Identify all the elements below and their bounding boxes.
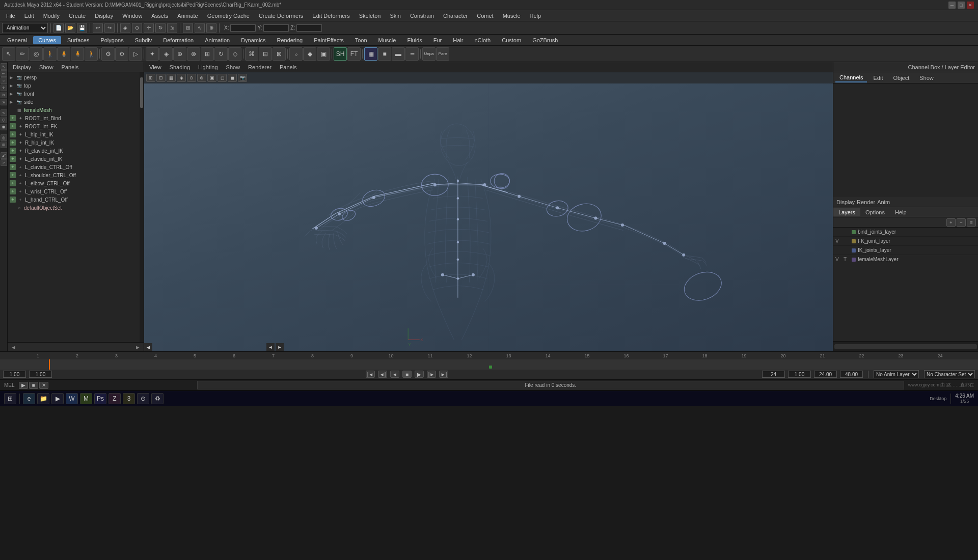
tool-rotate[interactable]: ↻ bbox=[1, 92, 7, 98]
tb-chain-icon[interactable]: ⊗ bbox=[187, 47, 200, 61]
tb-paint-icon[interactable]: ✏ bbox=[16, 47, 29, 61]
layer-attr-btn[interactable]: ≡ bbox=[967, 218, 976, 227]
menu-character[interactable]: Character bbox=[439, 12, 472, 20]
range-end-field[interactable] bbox=[814, 371, 837, 378]
mel-stop-btn[interactable]: ■ bbox=[29, 382, 38, 389]
layer-tab-options[interactable]: Options bbox=[860, 208, 890, 216]
tb-lattice-icon[interactable]: ⊟ bbox=[259, 47, 272, 61]
layer-item-fk[interactable]: V FK_joint_layer bbox=[833, 237, 978, 246]
layer-delete-btn[interactable]: − bbox=[957, 218, 966, 227]
layer-display-tab[interactable]: Display bbox=[836, 199, 855, 205]
vp-tab-shading[interactable]: Shading bbox=[168, 63, 192, 71]
menu-animate[interactable]: Animate bbox=[173, 12, 202, 20]
tab-subdiv[interactable]: Subdiv bbox=[130, 36, 157, 44]
tab-hair[interactable]: Hair bbox=[448, 36, 468, 44]
tool-sculpt2[interactable]: ◎ bbox=[1, 134, 7, 141]
outliner-item-lhand[interactable]: + + L_hand_CTRL_Off bbox=[8, 195, 140, 204]
snap-grid-btn[interactable]: ⊞ bbox=[183, 23, 193, 33]
expand-plus-lwrist[interactable]: + bbox=[10, 188, 16, 194]
expand-plus-rclavide[interactable]: + bbox=[10, 148, 16, 154]
start-time-field[interactable] bbox=[29, 371, 52, 378]
outliner-scrollbar[interactable] bbox=[140, 72, 144, 342]
layer-scrollbar[interactable] bbox=[834, 344, 977, 349]
viewport[interactable]: View Shading Lighting Show Renderer Pane… bbox=[144, 62, 833, 351]
layer-anim-tab[interactable]: Anim bbox=[877, 199, 890, 205]
tb-key-icon[interactable]: ⬦ bbox=[289, 47, 303, 61]
tb-sculpt-icon[interactable]: ◎ bbox=[30, 47, 43, 61]
menu-display[interactable]: Display bbox=[91, 12, 117, 20]
expand-plus-lelbow[interactable]: + bbox=[10, 180, 16, 186]
range-start-field[interactable] bbox=[788, 371, 811, 378]
taskbar-zbrush[interactable]: Z bbox=[108, 393, 121, 404]
menu-modify[interactable]: Modify bbox=[39, 12, 64, 20]
tb-sh-icon[interactable]: SH bbox=[334, 47, 347, 61]
taskbar-recycle[interactable]: ♻ bbox=[151, 393, 164, 404]
tab-rendering[interactable]: Rendering bbox=[271, 36, 308, 44]
expand-plus-rootbind[interactable]: + bbox=[10, 115, 16, 121]
vp-tab-view[interactable]: View bbox=[147, 63, 164, 71]
mode-selector[interactable]: Animation Modeling Dynamics Rendering bbox=[2, 23, 48, 33]
tb-wrap-icon[interactable]: ⊠ bbox=[273, 47, 286, 61]
snap-point-btn[interactable]: ⊕ bbox=[206, 23, 216, 33]
select-btn[interactable]: ◈ bbox=[120, 23, 130, 33]
outliner-item-root-fk[interactable]: + ✦ ROOT_int_FK bbox=[8, 122, 140, 130]
vp-xray-icon[interactable]: ⊙ bbox=[187, 74, 196, 82]
tb-flat-icon[interactable]: ▬ bbox=[392, 47, 405, 61]
total-frames-field[interactable] bbox=[840, 371, 863, 378]
vp-tab-panels[interactable]: Panels bbox=[278, 63, 299, 71]
tb-fig3-icon[interactable]: 🧍 bbox=[71, 47, 84, 61]
outliner-item-lwrist[interactable]: + + L_wrist_CTRL_Off bbox=[8, 187, 140, 195]
outliner-item-side[interactable]: ▶ 📷 side bbox=[8, 98, 140, 106]
outliner-item-front[interactable]: ▶ 📷 front bbox=[8, 90, 140, 98]
vp-persp-icon[interactable]: ⊞ bbox=[146, 74, 155, 82]
tool-surface[interactable]: ⬡ bbox=[1, 117, 7, 123]
tool-select[interactable]: ↖ bbox=[1, 63, 7, 70]
scale-btn[interactable]: ⇲ bbox=[167, 23, 177, 33]
menu-constrain[interactable]: Constrain bbox=[406, 12, 438, 20]
layer-item-femalemesh[interactable]: V T femaleMeshLayer bbox=[833, 255, 978, 264]
menu-comet[interactable]: Comet bbox=[473, 12, 497, 20]
rotate-btn[interactable]: ↻ bbox=[155, 23, 166, 33]
tb-bind-icon[interactable]: ◇ bbox=[228, 47, 241, 61]
tab-deformation[interactable]: Deformation bbox=[158, 36, 199, 44]
close-button[interactable]: ✕ bbox=[967, 2, 974, 9]
vp-hide-icon[interactable]: ◻ bbox=[218, 74, 227, 82]
current-time-field[interactable] bbox=[3, 371, 26, 378]
tab-ncloth[interactable]: nCloth bbox=[469, 36, 496, 44]
menu-edit[interactable]: Edit bbox=[20, 12, 38, 20]
tool-paint2[interactable]: 🖌 bbox=[1, 152, 7, 159]
tab-muscle[interactable]: Muscle bbox=[373, 36, 401, 44]
tb-fig2-icon[interactable]: 🧍 bbox=[57, 47, 70, 61]
taskbar-chrome[interactable]: ⊙ bbox=[137, 393, 149, 404]
tab-fluids[interactable]: Fluids bbox=[402, 36, 427, 44]
tb-joint-icon[interactable]: ✦ bbox=[146, 47, 159, 61]
viewport-canvas[interactable]: .wire { fill: none; stroke: #5a6a8a; str… bbox=[144, 83, 833, 351]
outliner-item-lhip[interactable]: + ✦ L_hip_int_IK bbox=[8, 130, 140, 138]
outliner-item-lclavide[interactable]: + ✦ L_clavide_int_IK bbox=[8, 155, 140, 163]
vp-tab-lighting[interactable]: Lighting bbox=[196, 63, 220, 71]
tb-wireframe-icon[interactable]: ▦ bbox=[364, 47, 377, 61]
tab-toon[interactable]: Toon bbox=[350, 36, 372, 44]
outliner-right-arrow[interactable]: ► bbox=[135, 344, 141, 350]
outliner-item-top[interactable]: ▶ 📷 top bbox=[8, 81, 140, 90]
start-button[interactable]: ⊞ bbox=[4, 393, 16, 404]
menu-editdef[interactable]: Edit Deformers bbox=[308, 12, 354, 20]
menu-help[interactable]: Help bbox=[526, 12, 546, 20]
minimize-button[interactable]: ─ bbox=[948, 2, 956, 9]
tb-unpa-icon[interactable]: Unpa bbox=[422, 47, 436, 61]
tab-polygons[interactable]: Polygons bbox=[95, 36, 128, 44]
layer-tab-help[interactable]: Help bbox=[890, 208, 912, 216]
tb-cluster-icon[interactable]: ⌘ bbox=[245, 47, 258, 61]
outliner-item-root-bind[interactable]: + ✦ ROOT_int_Bind bbox=[8, 114, 140, 122]
tab-curves[interactable]: Curves bbox=[33, 36, 61, 44]
tab-painteffects[interactable]: PaintEffects bbox=[309, 36, 349, 44]
expand-plus-lclavide-ctrl[interactable]: + bbox=[10, 164, 16, 170]
tb-smooth-icon[interactable]: ━ bbox=[405, 47, 419, 61]
step-fwd-btn[interactable]: |► bbox=[427, 371, 436, 378]
anim-layer-select[interactable]: No Anim Layer bbox=[874, 370, 919, 378]
expand-plus-lhip[interactable]: + bbox=[10, 131, 16, 137]
vp-cam-icon[interactable]: 📷 bbox=[238, 74, 247, 82]
menu-createdef[interactable]: Create Deformers bbox=[255, 12, 307, 20]
taskbar-maya[interactable]: M bbox=[80, 393, 92, 404]
vp-select-all-icon[interactable]: ▣ bbox=[207, 74, 216, 82]
